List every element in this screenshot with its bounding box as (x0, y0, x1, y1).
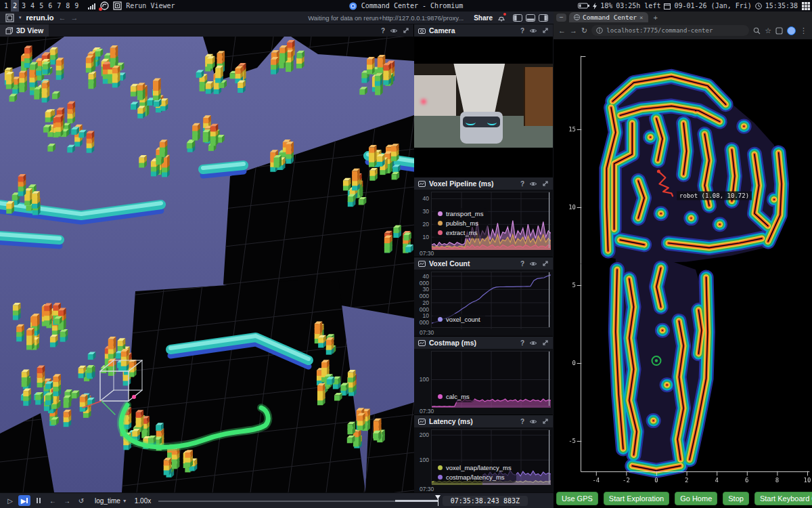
workspace-9[interactable]: 9 (72, 0, 81, 12)
help-icon[interactable]: ? (381, 27, 385, 35)
playback-speed[interactable]: 1.00x (135, 497, 151, 505)
x-tick: 07:30 (420, 250, 434, 257)
search-icon[interactable] (753, 27, 761, 35)
site-info-icon[interactable] (596, 27, 603, 34)
toggle-left-panel-icon[interactable] (513, 14, 522, 22)
use-gps-button[interactable]: Use GPS (556, 492, 598, 505)
rerun-menu-logo-icon[interactable] (5, 14, 14, 22)
workspace-7[interactable]: 7 (55, 0, 63, 12)
profile-avatar[interactable] (787, 26, 796, 35)
middle-panel-column: Camera ? (414, 24, 553, 492)
legend-label: extract_ms (446, 229, 477, 236)
robot-eye-right (487, 119, 497, 125)
recording-tab[interactable]: rerun.io (26, 14, 54, 22)
legend-voxel-count[interactable]: voxel_count (438, 316, 480, 323)
workspace-2[interactable]: 2 (11, 0, 19, 12)
step-forward-button[interactable]: → (61, 495, 73, 506)
toggle-right-panel-icon[interactable] (539, 14, 548, 22)
timeline-selector[interactable]: log_time▼ (95, 497, 127, 505)
help-icon[interactable]: ? (520, 260, 524, 268)
tab-close-icon[interactable]: × (639, 14, 643, 21)
obs-tray-icon[interactable] (100, 1, 109, 10)
legend-dot (438, 475, 443, 480)
help-icon[interactable]: ? (520, 27, 524, 35)
maximize-icon[interactable] (542, 418, 549, 425)
chart-icon (418, 419, 426, 425)
maximize-icon[interactable] (403, 27, 409, 34)
legend-dot (438, 394, 443, 399)
start-keyboard-control-button[interactable]: Start Keyboard Control (754, 492, 812, 505)
current-timestamp[interactable]: 07:35:38.243 883Z (443, 496, 528, 506)
browser-back-icon[interactable]: ← (558, 26, 566, 35)
legend-voxel-map-latency[interactable]: voxel_map/latency_ms (438, 464, 512, 471)
workspace-switcher: 1 2 3 4 5 6 7 8 9 Rerun Viewer (0, 0, 175, 12)
menu-caret-icon[interactable]: ▾ (19, 15, 22, 20)
loop-button[interactable]: ↺ (75, 495, 87, 506)
system-date: 09-01-26 (Jan, Fri) (674, 2, 751, 9)
browser-tab-command-center[interactable]: Command Center × (569, 12, 648, 22)
3d-scene-canvas[interactable] (0, 37, 414, 492)
workspace-4[interactable]: 4 (28, 0, 37, 12)
workspace-1[interactable]: 1 (2, 0, 10, 12)
favicon-globe-icon (574, 14, 580, 20)
address-bar[interactable]: localhost:7775/command-center (591, 25, 749, 36)
nav-back-icon[interactable]: ← (58, 14, 66, 22)
step-back-button[interactable]: ← (47, 495, 59, 506)
tab-3d-view[interactable]: 3D View (0, 24, 49, 37)
go-home-button[interactable]: Go Home (675, 492, 717, 505)
visibility-eye-icon[interactable] (529, 340, 537, 346)
downloads-icon[interactable] (775, 27, 783, 35)
browser-menu-icon[interactable]: ⋮ (800, 26, 807, 35)
visibility-eye-icon[interactable] (390, 28, 398, 34)
chart-icon (418, 340, 426, 346)
share-button[interactable]: Share (474, 14, 493, 22)
nav-forward-icon[interactable]: → (70, 14, 78, 22)
y-tick: 20 (414, 221, 429, 228)
legend-calc-ms[interactable]: calc_ms (438, 393, 470, 400)
camera-panel: Camera ? (414, 24, 553, 177)
y-tick: 30 (414, 208, 429, 215)
follow-latest-button[interactable]: ▶ (18, 495, 30, 506)
legend-costmap-latency[interactable]: costmap/latency_ms (438, 473, 512, 481)
maximize-icon[interactable] (542, 260, 549, 267)
system-bar: 1 2 3 4 5 6 7 8 9 Rerun Viewer Command C… (0, 0, 812, 12)
maximize-icon[interactable] (542, 180, 549, 187)
y-tick: 100 (414, 376, 429, 383)
notifications-bell-icon[interactable] (497, 14, 505, 22)
browser-reload-icon[interactable]: ↻ (581, 26, 587, 35)
maximize-icon[interactable] (542, 27, 549, 34)
legend-dot (438, 211, 443, 216)
help-icon[interactable]: ? (520, 339, 524, 347)
bookmark-star-icon[interactable]: ☆ (765, 26, 771, 35)
workspace-8[interactable]: 8 (64, 0, 72, 12)
workspace-6[interactable]: 6 (46, 0, 54, 12)
legend-publish-ms[interactable]: publish_ms (438, 219, 483, 227)
maximize-icon[interactable] (542, 339, 549, 346)
pause-button[interactable] (32, 495, 45, 506)
y-tick: 100 (414, 457, 429, 463)
visibility-eye-icon[interactable] (529, 28, 537, 34)
play-button[interactable]: ▷ (4, 495, 16, 506)
y-tick: 10 (414, 234, 429, 240)
legend-extract-ms[interactable]: extract_ms (438, 229, 483, 236)
stop-button[interactable]: Stop (723, 492, 749, 505)
legend-transport-ms[interactable]: transport_ms (438, 210, 483, 217)
legend-label: costmap/latency_ms (446, 473, 505, 481)
start-exploration-button[interactable]: Start Exploration (604, 492, 669, 505)
new-tab-button[interactable]: + (651, 14, 660, 22)
visibility-eye-icon[interactable] (529, 261, 537, 267)
voxel-pipeline-title: Voxel Pipeline (ms) (429, 179, 517, 188)
browser-forward-icon[interactable]: → (570, 26, 577, 35)
timeline-scrubber[interactable] (158, 493, 440, 508)
toggle-bottom-panel-icon[interactable] (526, 14, 535, 22)
help-icon[interactable]: ? (520, 180, 524, 188)
help-icon[interactable]: ? (520, 418, 524, 425)
visibility-eye-icon[interactable] (529, 419, 537, 425)
workspace-5[interactable]: 5 (37, 0, 45, 12)
visibility-eye-icon[interactable] (529, 181, 537, 187)
tab-search-button[interactable]: – (556, 14, 566, 22)
workspace-3[interactable]: 3 (20, 0, 28, 12)
app-grid-icon[interactable] (801, 1, 811, 11)
playback-bar: ▷ ▶ ← → ↺ log_time▼ 1.00x 07:35:38.243 8… (0, 492, 554, 508)
connection-status: Waiting for data on rerun+http://127.0.0… (308, 14, 464, 22)
